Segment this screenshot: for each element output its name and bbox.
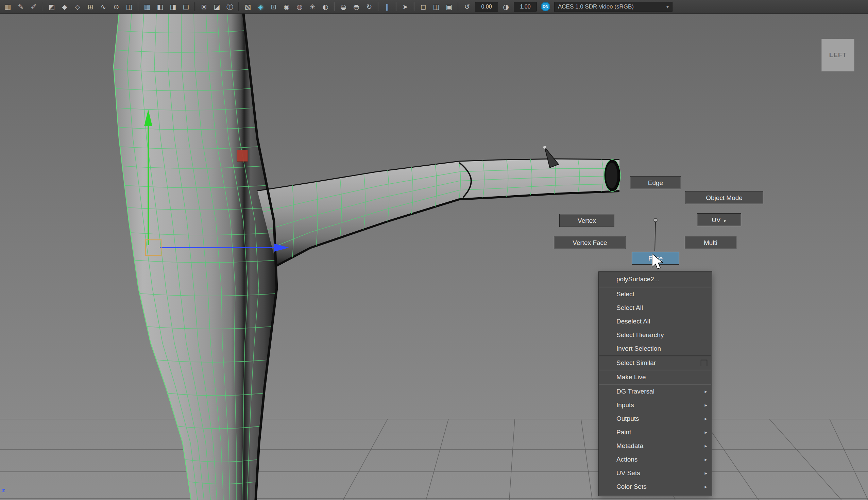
material-sphere-icon[interactable]: ◍	[293, 1, 306, 12]
menu-item-select-similar[interactable]: Select Similar	[599, 356, 712, 370]
cursor-select-icon[interactable]: ➤	[399, 1, 412, 12]
marking-menu-uv-label: UV	[711, 216, 720, 224]
shadows-icon[interactable]: ◐	[319, 1, 332, 12]
menu-item-label: Select Hierarchy	[616, 328, 707, 342]
menu-item-label: Deselect All	[616, 315, 707, 328]
gamma-field[interactable]: 1.00	[514, 2, 537, 12]
shaded-mode-icon[interactable]: ⊡	[267, 1, 280, 12]
menu-item-select-hierarchy[interactable]: Select Hierarchy	[599, 328, 712, 342]
marking-menu-face[interactable]: Face	[632, 252, 679, 265]
view-transform-value: ACES 1.0 SDR-video (sRGB)	[558, 3, 664, 10]
marking-menu-edge[interactable]: Edge	[630, 176, 681, 189]
menu-item-select[interactable]: Select	[599, 287, 712, 301]
menu-item-metadata[interactable]: Metadata▸	[599, 439, 712, 453]
viewport-canvas[interactable]	[0, 14, 868, 500]
submenu-arrow-icon: ▸	[705, 439, 707, 453]
option-box-icon[interactable]	[701, 360, 707, 366]
text-tool-icon[interactable]: Ⓣ	[223, 1, 236, 12]
menu-item-label: Select Similar	[616, 356, 701, 370]
camera-panel-icon[interactable]: ◨	[166, 1, 180, 12]
snap-to-plane-icon[interactable]: ◫	[123, 1, 136, 12]
view-orientation-label: LEFT	[821, 39, 854, 71]
capture-icon[interactable]: ▣	[443, 1, 455, 12]
menu-item-label: Metadata	[616, 439, 705, 453]
split-pane-icon[interactable]: ◫	[430, 1, 443, 12]
menu-item-color-sets[interactable]: Color Sets▸	[599, 480, 712, 493]
status-line-toolbar: ▥ ✎ ✐ ◩ ◆ ◇ ⊞ ∿ ⊙ ◫ ▦ ◧ ◨ ▢ ⊠ ◪ Ⓣ ▧ ◈ ⊡ …	[0, 0, 868, 14]
color-management-on-badge[interactable]: ON	[541, 2, 550, 11]
toolbar-separator	[195, 2, 196, 11]
context-menu-title: polySurface2...	[599, 272, 712, 287]
lighting-icon[interactable]: ☀	[306, 1, 319, 12]
fx-sphere-icon[interactable]: ◒	[337, 1, 350, 12]
menu-item-label: Outputs	[616, 412, 705, 425]
frame-panel-icon[interactable]: ▢	[180, 1, 193, 12]
wireframe-cube-icon[interactable]: ▧	[241, 1, 254, 12]
menu-item-uv-sets[interactable]: UV Sets▸	[599, 466, 712, 480]
chevron-down-icon: ▾	[667, 4, 669, 10]
toolbar-separator	[42, 2, 43, 11]
menu-item-deselect-all[interactable]: Deselect All	[599, 315, 712, 328]
grid-toggle-icon[interactable]: ▦	[141, 1, 154, 12]
menu-item-label: Invert Selection	[616, 342, 707, 355]
menu-item-make-live[interactable]: Make Live	[599, 371, 712, 384]
menu-item-actions[interactable]: Actions▸	[599, 453, 712, 466]
graph-editor-icon[interactable]: ◪	[210, 1, 223, 12]
toolbar-separator	[378, 2, 379, 11]
textured-mode-icon[interactable]: ◉	[280, 1, 293, 12]
submenu-arrow-icon: ▸	[705, 385, 707, 398]
menu-item-outputs[interactable]: Outputs▸	[599, 412, 712, 425]
menu-item-dg-traversal[interactable]: DG Traversal▸	[599, 385, 712, 398]
menu-item-label: Paint	[616, 425, 705, 439]
menu-item-paint[interactable]: Paint▸	[599, 425, 712, 439]
viewport-panel[interactable]: LEFT z Edge Object Mode Vertex UV▸ Verte…	[0, 14, 868, 500]
toolbar-separator	[414, 2, 415, 11]
menu-item-select-all[interactable]: Select All	[599, 301, 712, 315]
select-mask-object-icon[interactable]: ◆	[58, 1, 71, 12]
modeling-toolkit-icon[interactable]: ◈	[254, 1, 267, 12]
select-mask-hierarchy-icon[interactable]: ◩	[45, 1, 58, 12]
snap-to-grid-icon[interactable]: ⊞	[84, 1, 97, 12]
toolbar-separator	[238, 2, 239, 11]
menu-item-label: Select	[616, 287, 707, 301]
pen-tool-icon[interactable]: ✐	[27, 1, 40, 12]
menu-item-label: Inputs	[616, 398, 705, 412]
exposure-field[interactable]: 0.00	[475, 2, 498, 12]
menu-item-label: Actions	[616, 453, 705, 466]
view-transform-dropdown[interactable]: ACES 1.0 SDR-video (sRGB) ▾	[554, 2, 672, 12]
context-menu: polySurface2... Select Select All Desele…	[598, 271, 712, 496]
toolbar-separator	[138, 2, 139, 11]
toolbar-separator	[458, 2, 459, 11]
menu-item-label: Make Live	[616, 371, 707, 384]
marking-menu-vertex-face[interactable]: Vertex Face	[554, 236, 626, 249]
pencil-tool-icon[interactable]: ✎	[14, 1, 27, 12]
menu-item-label: UV Sets	[616, 466, 705, 480]
z-axis-label: z	[2, 487, 5, 494]
submenu-arrow-icon: ▸	[705, 398, 707, 412]
menu-item-label: Color Sets	[616, 480, 705, 493]
marking-menu-multi[interactable]: Multi	[685, 236, 737, 249]
snap-to-curve-icon[interactable]: ∿	[97, 1, 110, 12]
submenu-arrow-icon: ▸	[705, 425, 707, 439]
uv-editor-icon[interactable]: ⊠	[198, 1, 210, 12]
marking-menu-vertex[interactable]: Vertex	[559, 214, 614, 227]
menu-item-invert-selection[interactable]: Invert Selection	[599, 342, 712, 355]
submenu-arrow-icon: ▸	[705, 453, 707, 466]
menu-item-inputs[interactable]: Inputs▸	[599, 398, 712, 412]
console-icon[interactable]: ▥	[1, 1, 14, 12]
marking-menu-object-mode[interactable]: Object Mode	[685, 191, 763, 204]
toolbar-separator	[396, 2, 397, 11]
select-mask-component-icon[interactable]: ◇	[71, 1, 84, 12]
loop-playback-icon[interactable]: ↻	[363, 1, 376, 12]
submenu-arrow-icon: ▸	[724, 218, 727, 223]
marking-menu-uv[interactable]: UV▸	[697, 213, 741, 226]
gamma-icon[interactable]: ◑	[499, 1, 512, 12]
submenu-arrow-icon: ▸	[705, 466, 707, 480]
single-pane-icon[interactable]: ◻	[417, 1, 430, 12]
cache-sphere-icon[interactable]: ◓	[350, 1, 363, 12]
panel-layout-icon[interactable]: ◧	[154, 1, 166, 12]
pause-icon[interactable]: ‖	[381, 1, 394, 12]
snap-to-point-icon[interactable]: ⊙	[110, 1, 123, 12]
toolbar-separator	[334, 2, 335, 11]
exposure-icon[interactable]: ↺	[461, 1, 474, 12]
